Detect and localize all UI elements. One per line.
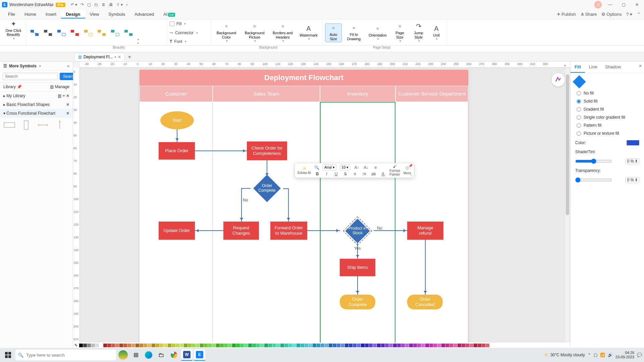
wifi-icon[interactable]: 📶 — [600, 353, 605, 357]
color-swatch[interactable] — [393, 344, 397, 347]
order-cancelled-terminal[interactable]: Order Cancelled — [407, 295, 443, 309]
color-swatch[interactable] — [421, 344, 425, 347]
color-swatch[interactable] — [248, 344, 252, 347]
color-swatch[interactable] — [111, 344, 115, 347]
case-icon[interactable]: ab — [371, 172, 377, 176]
place-order-shape[interactable]: Place Order — [159, 142, 195, 160]
color-swatch[interactable] — [405, 344, 409, 347]
publish-button[interactable]: ✈ Publish — [557, 12, 576, 17]
color-swatch[interactable] — [284, 344, 288, 347]
color-swatch[interactable] — [337, 344, 340, 347]
color-swatch[interactable] — [409, 344, 413, 347]
color-swatch[interactable] — [164, 344, 167, 347]
color-swatch[interactable] — [381, 344, 385, 347]
tab-fill[interactable]: Fill — [571, 62, 585, 73]
menu-home[interactable]: Home — [20, 10, 41, 18]
shade-slider[interactable] — [575, 159, 612, 164]
color-swatch[interactable] — [224, 344, 228, 347]
color-swatch[interactable] — [188, 344, 192, 347]
color-swatch[interactable] — [268, 344, 272, 347]
lane-header[interactable]: Customer Service Department — [395, 86, 468, 102]
section-close-icon[interactable]: ✕ — [66, 102, 69, 107]
color-swatch[interactable] — [353, 344, 357, 347]
color-swatch[interactable] — [470, 344, 473, 347]
color-swatch[interactable] — [462, 344, 465, 347]
cortana-icon[interactable] — [117, 349, 129, 361]
separator-v-shape[interactable] — [54, 120, 66, 130]
color-swatch[interactable] — [91, 344, 95, 347]
color-swatch[interactable] — [325, 344, 328, 347]
color-swatch[interactable] — [389, 344, 393, 347]
color-swatch[interactable] — [156, 344, 159, 347]
color-swatch[interactable] — [160, 344, 163, 347]
align-icon[interactable]: ≡ — [372, 165, 378, 170]
color-swatch[interactable] — [140, 344, 143, 347]
notifications-icon[interactable]: 💬 — [637, 353, 642, 357]
lib-close-icon[interactable]: ✕ — [66, 94, 69, 98]
lib-add-icon[interactable]: + — [63, 94, 65, 98]
tab-shadow[interactable]: Shadow — [601, 62, 625, 73]
list-bullet-icon[interactable]: ⁝≡ — [361, 172, 367, 176]
ship-items-shape[interactable]: Ship Items — [340, 259, 375, 276]
color-swatch[interactable] — [413, 344, 417, 347]
color-swatch[interactable] — [429, 344, 433, 347]
color-swatch[interactable] — [313, 344, 316, 347]
menu-insert[interactable]: Insert — [41, 10, 61, 18]
watermark-button[interactable]: AWatermark▾ — [298, 23, 319, 42]
color-swatch[interactable] — [373, 344, 377, 347]
connector-button[interactable]: ⤳Connector▾ — [170, 31, 208, 35]
manage-refund-shape[interactable]: Manage refund — [407, 222, 443, 240]
color-swatch[interactable] — [236, 344, 240, 347]
color-swatch[interactable] — [486, 344, 489, 347]
color-swatch[interactable] — [425, 344, 429, 347]
color-swatch[interactable] — [232, 344, 236, 347]
color-swatch[interactable] — [276, 344, 280, 347]
color-swatch[interactable] — [176, 344, 179, 347]
redo-icon[interactable]: ↷ — [80, 2, 84, 7]
color-swatch[interactable] — [119, 344, 123, 347]
color-swatch[interactable] — [184, 344, 187, 347]
color-swatch[interactable] — [115, 344, 119, 347]
collapse-panel-icon[interactable]: « — [67, 64, 69, 68]
update-order-shape[interactable]: Update Order — [159, 222, 195, 240]
color-swatch[interactable] — [152, 344, 155, 347]
lane-header[interactable]: Inventory — [320, 86, 395, 102]
canvas[interactable]: -40-30-20-100102030405060708090100110120… — [73, 62, 570, 348]
order-complete-terminal[interactable]: Order Complete — [340, 295, 375, 309]
transparency-value[interactable]: 0 %▲▼ — [625, 177, 639, 183]
swimlane-v-shape[interactable] — [20, 120, 32, 130]
color-swatch[interactable] — [172, 344, 175, 347]
color-swatch[interactable] — [482, 344, 485, 347]
color-swatch[interactable] — [349, 344, 353, 347]
italic-icon[interactable]: I — [324, 172, 330, 176]
edraw-ai-button[interactable]: ✨Edraw AI — [298, 167, 311, 175]
color-swatch[interactable] — [397, 344, 401, 347]
color-swatch[interactable] — [441, 344, 445, 347]
theme-1[interactable] — [29, 27, 40, 39]
bold-icon[interactable]: B — [314, 172, 320, 176]
lib-edit-icon[interactable]: ▥ — [58, 94, 61, 98]
scrollbar-vertical[interactable] — [566, 68, 570, 343]
nofill-radio[interactable] — [577, 91, 581, 96]
doc-tab[interactable]: ▥ Deployment Fl... • ✕ — [74, 53, 125, 61]
fit-drawing-button[interactable]: ▫Fit to Drawing — [344, 23, 364, 42]
cross-func-section[interactable]: ▾ Cross Functional Flowchart — [3, 111, 55, 116]
color-swatch[interactable] — [369, 344, 373, 347]
color-swatch[interactable] — [87, 344, 91, 347]
color-swatch[interactable] — [144, 344, 147, 347]
search-input[interactable] — [3, 73, 58, 80]
one-click-beautify-button[interactable]: ✦ One Click Beautify ▾ — [3, 21, 24, 40]
order-complete-decision[interactable]: Order Complete — [250, 176, 284, 200]
color-swatch[interactable] — [240, 344, 244, 347]
color-swatch[interactable] — [79, 344, 83, 347]
clock[interactable]: 04:2623-09-2023 — [615, 351, 634, 359]
theme-8[interactable] — [123, 27, 134, 39]
color-swatch[interactable] — [180, 344, 183, 347]
color-swatch[interactable] — [107, 344, 111, 347]
color-swatch[interactable] — [305, 344, 308, 347]
auto-size-button[interactable]: ▫Auto Size — [325, 23, 342, 42]
orientation-button[interactable]: ▫Orientation▾ — [366, 23, 389, 42]
search-icon[interactable]: 🔍 — [314, 165, 319, 170]
save-icon[interactable]: 🗎 — [102, 2, 106, 7]
color-swatch[interactable] — [321, 344, 324, 347]
